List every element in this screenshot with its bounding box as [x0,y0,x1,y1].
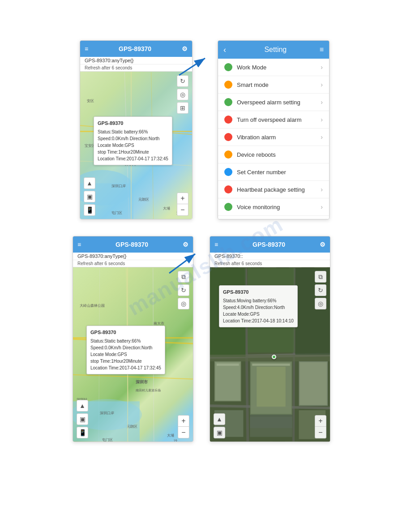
hamburger-icon-br[interactable]: ≡ [214,241,218,248]
setting-title: Setting [231,46,320,54]
setting-panel: ‹ Setting ≡ Work Mode › Smart mode › Ove… [218,40,330,219]
map-controls-bottom-right: ⧉ ↻ ◎ [315,271,326,309]
voice-chevron: › [321,203,323,210]
layers-btn[interactable]: ⊞ [177,102,188,114]
reboot-label: Device reboots [237,151,323,158]
setting-item-reboot[interactable]: Device reboots [218,146,329,163]
smartmode-dot [224,81,232,89]
refresh-btn[interactable]: ↻ [177,75,188,87]
location-dot [272,355,276,359]
zoom-out-btn-br[interactable]: − [315,427,326,438]
phone-subheader-bottom-left: GPS-89370:anyType{} [73,253,193,260]
svg-line-18 [210,355,330,357]
setting-item-workmode[interactable]: Work Mode › [218,59,329,76]
phone-top-left: ≡ GPS-89370 ⚙ GPS-89370:anyType{} Refres… [80,40,193,219]
setting-header: ‹ Setting ≡ [218,41,329,59]
locate-btn-br[interactable]: ◎ [315,298,326,309]
phone-btn[interactable]: 📱 [84,204,95,216]
gear-icon-bottom-left[interactable]: ⚙ [183,241,188,248]
refresh-btn-bl[interactable]: ↻ [178,284,189,296]
copy-btn-br[interactable]: ⧉ [315,271,326,283]
vibration-dot [224,133,232,141]
phone-header-bottom-left: ≡ GPS-89370 ⚙ [73,236,193,253]
overspeed-label: Overspeed alarm setting [237,99,321,106]
back-button[interactable]: ‹ [223,45,226,55]
phone-refresh-bottom-left: Refresh after 6 seconds [73,260,193,267]
hamburger-icon-bl[interactable]: ≡ [77,241,81,248]
copy-btn-bl[interactable]: ⧉ [178,271,189,283]
smartmode-chevron: › [321,81,323,88]
svg-rect-31 [300,362,327,405]
map-area-bottom-right: GPS-89370 Status:Moving battery:66% Spee… [210,267,330,442]
svg-rect-35 [217,364,239,366]
setting-menu-icon[interactable]: ≡ [320,46,324,54]
locate-btn-bl[interactable]: ◎ [178,298,189,309]
vibration-label: Vibration alarm [237,134,321,141]
setting-item-turnoff-overspeed[interactable]: Turn off overspeed alarm › [218,111,329,129]
setting-item-center-number[interactable]: Set Center number [218,163,329,181]
svg-rect-26 [215,362,240,400]
phone-btn-bl[interactable]: 📱 [77,427,88,438]
zoom-out-btn[interactable]: − [177,204,188,216]
square-btn-bl[interactable]: ▣ [77,413,88,425]
locate-btn[interactable]: ◎ [177,89,188,100]
heartbeat-label: Heartbeat package setting [237,186,321,193]
square-btn-br[interactable]: ▣ [214,427,225,438]
nav-btn-br[interactable]: ▲ [214,413,225,425]
setting-item-light[interactable]: Light alarm › [218,216,329,219]
setting-item-smartmode[interactable]: Smart mode › [218,76,329,94]
overspeed-chevron: › [321,99,323,106]
turnoff-overspeed-label: Turn off overspeed alarm [237,116,321,123]
voice-dot [224,203,232,211]
svg-rect-30 [299,361,328,406]
map-popup-bottom-right: GPS-89370 Status:Moving battery:66% Spee… [219,285,298,327]
voice-label: Voice monitoring [237,204,321,210]
phone-bottom-left: ≡ GPS-89370 ⚙ GPS-89370:anyType{} Refres… [73,236,193,442]
workmode-dot [224,63,232,71]
center-number-dot [224,168,232,176]
turnoff-overspeed-dot [224,116,232,124]
phone-header-top-left: ≡ GPS-89370 ⚙ [80,41,192,57]
svg-rect-37 [250,415,292,428]
hamburger-icon[interactable]: ≡ [85,45,88,52]
phone-title-top-left: GPS-89370 [119,45,151,52]
svg-rect-38 [210,355,330,361]
smartmode-label: Smart mode [237,82,321,88]
setting-item-vibration[interactable]: Vibration alarm › [218,129,329,146]
svg-rect-36 [252,364,290,366]
nav-btn[interactable]: ▲ [84,177,95,189]
svg-line-9 [73,375,193,379]
setting-list: Work Mode › Smart mode › Overspeed alarm… [218,59,329,219]
phone-refresh-bottom-right: Refresh after 6 seconds [210,260,330,267]
setting-item-voice[interactable]: Voice monitoring › [218,198,329,216]
heartbeat-dot [224,185,232,193]
svg-rect-25 [214,361,241,401]
vibration-chevron: › [321,133,323,141]
center-number-label: Set Center number [237,169,323,176]
overspeed-dot [224,98,232,106]
zoom-in-btn-br[interactable]: + [315,415,326,427]
square-btn[interactable]: ▣ [84,191,95,202]
phone-title-bottom-left: GPS-89370 [116,241,148,248]
phone-subheader-top-left: GPS-89370:anyType{} [80,57,192,64]
map-bottom-controls-top-left: ▲ ▣ 📱 [84,177,95,216]
workmode-label: Work Mode [237,64,321,71]
zoom-out-btn-bl[interactable]: − [178,427,189,438]
zoom-in-btn-bl[interactable]: + [178,415,189,427]
setting-item-heartbeat[interactable]: Heartbeat package setting › [218,181,329,198]
nav-btn-bl[interactable]: ▲ [77,400,88,412]
turnoff-overspeed-chevron: › [321,116,323,123]
zoom-in-btn[interactable]: + [177,193,188,204]
map-controls-bottom-left: ⧉ ↻ ◎ [178,271,189,309]
gear-icon-bottom-right[interactable]: ⚙ [320,241,325,248]
map-controls-top-left: ↻ ◎ ⊞ [177,75,188,114]
svg-rect-29 [257,367,286,407]
map-popup-bottom-left: GPS-89370 Status:Static battery:66% Spee… [86,326,165,374]
svg-rect-28 [251,362,291,414]
phone-bottom-right: ≡ GPS-89370 ⚙ GPS-89370:: Refresh after … [210,236,330,442]
gear-icon-top-left[interactable]: ⚙ [182,45,188,52]
setting-item-overspeed[interactable]: Overspeed alarm setting › [218,94,329,111]
refresh-btn-br[interactable]: ↻ [315,284,326,296]
svg-line-19 [210,406,330,408]
map-popup-top-left: GPS-89370 Status:Static battery:66% Spee… [94,116,172,165]
